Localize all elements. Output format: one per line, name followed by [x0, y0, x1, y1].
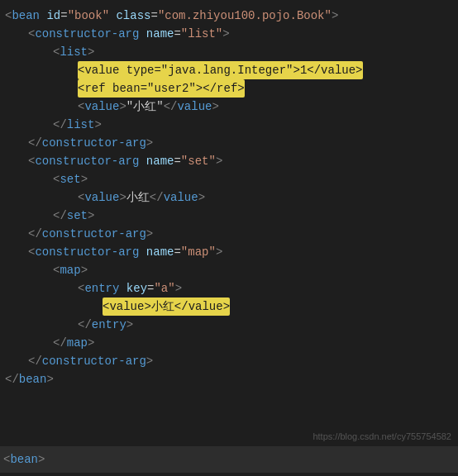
- highlight-ref-bean: <ref bean="user2"></ref>: [78, 79, 245, 98]
- attr-class: class: [116, 7, 150, 25]
- tag-bean: bean: [12, 7, 40, 25]
- code-line-1: <bean id="book" class="com.zhiyou100.poj…: [3, 7, 455, 25]
- val-class: "com.zhiyou100.pojo.Book": [158, 7, 332, 25]
- code-line-9: <constructor-arg name="set">: [3, 152, 455, 170]
- code-line-18: </entry>: [3, 316, 455, 334]
- code-line-6: <value>"小红"</value>: [3, 98, 455, 116]
- code-line-19: </map>: [3, 334, 455, 352]
- highlight-value-xiaohong: <value>小红</value>: [103, 298, 230, 316]
- code-line-20: </constructor-arg>: [3, 352, 455, 370]
- highlight-value-integer: <value type="java.lang.Integer">1</value…: [78, 61, 363, 79]
- code-line-13: </constructor-arg>: [3, 225, 455, 243]
- bottom-bracket-close: >: [38, 453, 45, 466]
- bottom-tag-name: bean: [10, 453, 38, 466]
- code-line-2: <constructor-arg name="list">: [3, 25, 455, 43]
- bottom-bar: <bean>: [0, 446, 458, 473]
- code-line-4: <value type="java.lang.Integer">1</value…: [3, 61, 455, 79]
- code-line-10: <set>: [3, 170, 455, 188]
- code-line-14: <constructor-arg name="map">: [3, 243, 455, 261]
- code-line-17: <value>小红</value>: [3, 298, 455, 316]
- val-book: "book": [68, 7, 109, 25]
- code-line-8: </constructor-arg>: [3, 134, 455, 152]
- bottom-bracket-open: <: [3, 453, 10, 466]
- attr-id: id: [46, 7, 60, 25]
- code-editor: <bean id="book" class="com.zhiyou100.poj…: [0, 0, 458, 446]
- code-line-5: <ref bean="user2"></ref>: [3, 79, 455, 98]
- code-line-3: <list>: [3, 43, 455, 61]
- code-line-7: </list>: [3, 116, 455, 134]
- watermark: https://blog.csdn.net/cy755754582: [312, 431, 451, 441]
- code-line-21: </bean>: [3, 370, 455, 388]
- code-line-12: </set>: [3, 207, 455, 225]
- code-line-16: <entry key="a">: [3, 279, 455, 298]
- code-line-15: <map>: [3, 261, 455, 279]
- code-line-11: <value>小红</value>: [3, 188, 455, 207]
- punct: <: [5, 7, 12, 25]
